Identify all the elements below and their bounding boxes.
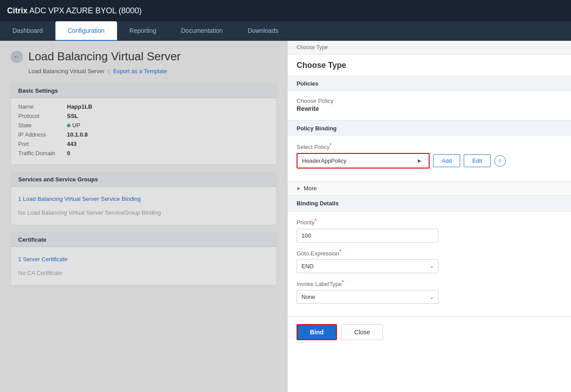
select-policy-row: HeaderAppPolicy ► Add Edit i (297, 153, 562, 169)
field-port: Port 443 (18, 141, 269, 147)
close-button[interactable]: Close (341, 324, 383, 340)
value-port: 443 (67, 141, 77, 147)
policies-header: Policies (288, 76, 571, 91)
policies-group: Policies Choose Policy Rewrite (288, 76, 571, 121)
select-policy-label: Select Policy* (297, 142, 562, 150)
value-name: Happ1LB (67, 103, 92, 110)
select-policy-input[interactable]: HeaderAppPolicy ► (297, 153, 430, 169)
value-protocol: SSL (67, 113, 78, 119)
basic-settings-body: Name Happ1LB Protocol SSL State UP IP Ad… (11, 98, 276, 165)
field-traffic-domain: Traffic Domain 0 (18, 150, 269, 157)
label-protocol: Protocol (18, 113, 67, 119)
breadcrumb-link[interactable]: Load Balancing Virtual Server (28, 68, 105, 74)
value-traffic-domain: 0 (67, 150, 70, 157)
goto-expression-group: Goto Expression* END NEXT USE_INVOCATION… (297, 249, 562, 273)
ca-cert-binding: No CA Certificate (18, 266, 269, 280)
invoke-labeltype-select[interactable]: None reqvserver resvserver policylabel (297, 290, 438, 304)
label-port: Port (18, 141, 67, 147)
field-state: State UP (18, 122, 269, 129)
policy-binding-header: Policy Binding (288, 121, 571, 136)
policy-binding-group: Policy Binding Select Policy* HeaderAppP… (288, 121, 571, 181)
tab-dashboard[interactable]: Dashboard (0, 21, 55, 41)
edit-policy-button[interactable]: Edit (464, 154, 490, 167)
service-binding-link[interactable]: 1 Load Balancing Virtual Server Service … (18, 192, 269, 206)
choose-policy-value: Rewrite (297, 105, 562, 112)
services-body: 1 Load Balancing Virtual Server Service … (11, 187, 276, 225)
certificate-section: Certificate 1 Server Certificate No CA C… (11, 232, 277, 286)
info-button[interactable]: i (494, 155, 506, 167)
panel-section-title: Choose Type (288, 55, 571, 76)
binding-details-group: Binding Details Priority* Goto Expressio… (288, 196, 571, 317)
more-triangle-icon: ► (297, 186, 301, 191)
policy-binding-body: Select Policy* HeaderAppPolicy ► Add Edi… (288, 136, 571, 181)
field-protocol: Protocol SSL (18, 113, 269, 119)
basic-settings-section: Basic Settings Name Happ1LB Protocol SSL… (11, 83, 277, 165)
label-state: State (18, 122, 67, 129)
field-name: Name Happ1LB (18, 103, 269, 110)
choose-policy-label: Choose Policy (297, 98, 562, 104)
priority-label: Priority* (297, 218, 562, 226)
priority-group: Priority* (297, 218, 562, 242)
panel-breadcrumb: Choose Type (288, 41, 571, 55)
invoke-labeltype-label: Invoke LabelType* (297, 279, 562, 287)
tab-configuration[interactable]: Configuration (55, 21, 117, 41)
left-panel: ← Load Balancing Virtual Server Load Bal… (0, 41, 287, 392)
app-title: Citrix ADC VPX AZURE BYOL (8000) (7, 6, 141, 16)
goto-expression-select[interactable]: END NEXT USE_INVOCATION_RESULT (297, 259, 438, 273)
goto-expression-select-wrapper: END NEXT USE_INVOCATION_RESULT ⌄ (297, 259, 438, 273)
select-policy-text: HeaderAppPolicy (302, 157, 415, 164)
field-ip: IP Address 10.1.0.8 (18, 131, 269, 138)
top-bar: Citrix ADC VPX AZURE BYOL (8000) (0, 0, 571, 21)
status-indicator (67, 124, 70, 127)
label-ip: IP Address (18, 131, 67, 138)
breadcrumb: Load Balancing Virtual Server | Export a… (11, 68, 277, 74)
server-cert-link[interactable]: 1 Server Certificate (18, 252, 269, 266)
bind-button[interactable]: Bind (297, 324, 337, 340)
label-name: Name (18, 103, 67, 110)
services-section: Services and Service Groups 1 Load Balan… (11, 172, 277, 225)
binding-details-body: Priority* Goto Expression* END NEXT USE_… (288, 212, 571, 316)
certificate-header: Certificate (11, 233, 276, 247)
right-panel: Choose Type Choose Type Policies Choose … (287, 41, 571, 392)
more-section[interactable]: ► More (288, 181, 571, 196)
tab-downloads[interactable]: Downloads (235, 21, 291, 41)
tab-documentation[interactable]: Documentation (168, 21, 235, 41)
export-template-link[interactable]: Export as a Template (113, 68, 167, 74)
page-title: Load Balancing Virtual Server (28, 50, 181, 63)
choose-policy-row: Choose Policy Rewrite (297, 98, 562, 112)
service-group-binding: No Load Balancing Virtual Server Service… (18, 206, 269, 220)
value-state: UP (67, 122, 80, 129)
value-ip: 10.1.0.8 (67, 131, 88, 138)
label-traffic-domain: Traffic Domain (18, 150, 67, 157)
invoke-labeltype-select-wrapper: None reqvserver resvserver policylabel ⌄ (297, 290, 438, 304)
nav-tabs: Dashboard Configuration Reporting Docume… (0, 21, 571, 41)
basic-settings-header: Basic Settings (11, 84, 276, 98)
add-policy-button[interactable]: Add (433, 154, 460, 167)
binding-details-header: Binding Details (288, 196, 571, 212)
tab-reporting[interactable]: Reporting (117, 21, 169, 41)
page-header: ← Load Balancing Virtual Server (11, 50, 277, 63)
select-policy-arrow-button[interactable]: ► (415, 157, 424, 165)
invoke-labeltype-group: Invoke LabelType* None reqvserver resvse… (297, 279, 562, 304)
back-button[interactable]: ← (11, 51, 23, 63)
main-content: ← Load Balancing Virtual Server Load Bal… (0, 41, 571, 392)
breadcrumb-separator: | (108, 68, 110, 74)
goto-expression-label: Goto Expression* (297, 249, 562, 257)
more-label: More (304, 185, 317, 192)
priority-input[interactable] (297, 229, 438, 243)
panel-actions: Bind Close (288, 317, 571, 347)
services-header: Services and Service Groups (11, 172, 276, 187)
policies-body: Choose Policy Rewrite (288, 91, 571, 120)
certificate-body: 1 Server Certificate No CA Certificate (11, 247, 276, 285)
